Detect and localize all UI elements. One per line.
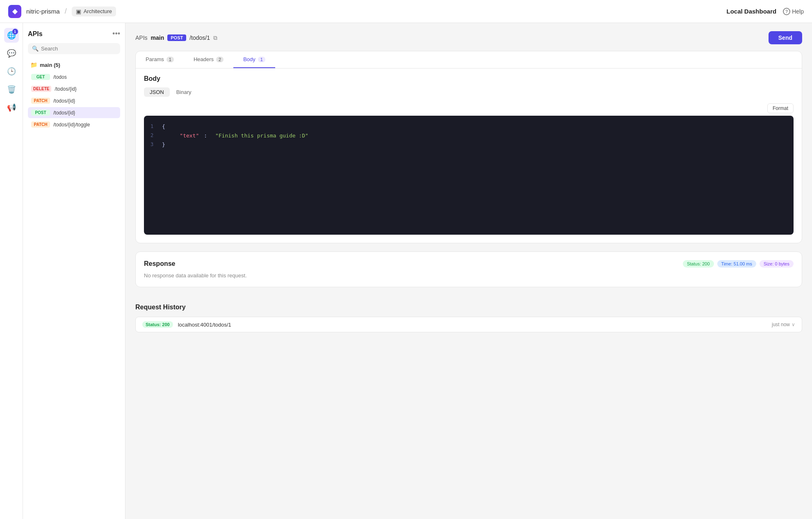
folder-icon: 📁: [30, 62, 37, 68]
search-input[interactable]: [41, 46, 116, 52]
api-badge: 1: [12, 29, 18, 34]
api-item-patch-todos-id-toggle[interactable]: PATCH /todos/{id}/toggle: [28, 119, 120, 130]
storage-icon: 🗑️: [7, 85, 16, 94]
breadcrumb-bar: APIs main POST /todos/1 ⧉ Send: [135, 31, 802, 44]
size-badge: Size: 0 bytes: [760, 260, 794, 268]
method-badge-post: POST: [31, 110, 50, 116]
help-button[interactable]: ? Help: [783, 8, 804, 15]
api-item-patch-todos-id[interactable]: PATCH /todos/{id}: [28, 95, 120, 106]
request-card: Params 1 Headers 2 Body 1 Body JSON Bina…: [135, 51, 802, 243]
body-type-tabs: JSON Binary: [144, 87, 794, 97]
code-line-3: 3 }: [151, 140, 787, 149]
history-url: localhost:4001/todos/1: [178, 322, 231, 328]
code-line-1: 1 {: [151, 122, 787, 131]
history-icon: 🕒: [7, 67, 16, 76]
method-badge-delete: DELETE: [31, 86, 51, 92]
events-icon: 📢: [7, 103, 16, 112]
sidebar: APIs ••• 🔍 📁 main (5) GET /todos DELETE …: [23, 23, 125, 519]
body-title: Body: [144, 75, 794, 82]
tab-body-label: Body: [243, 56, 255, 62]
rail-item-events[interactable]: 📢: [4, 100, 19, 115]
format-bar: Format: [144, 103, 794, 113]
rail-item-chat[interactable]: 💬: [4, 46, 19, 61]
request-tabs: Params 1 Headers 2 Body 1: [136, 51, 802, 69]
breadcrumb-sep: /: [65, 7, 67, 16]
topnav: ◆ nitric-prisma / ▣ Architecture Local D…: [0, 0, 812, 23]
topnav-right: Local Dashboard ? Help: [727, 8, 804, 15]
help-icon: ?: [783, 8, 790, 15]
project-name[interactable]: nitric-prisma: [26, 8, 60, 15]
rail-item-history[interactable]: 🕒: [4, 64, 19, 79]
api-path: /todos/{id}: [55, 86, 76, 92]
body-type-binary[interactable]: Binary: [171, 87, 197, 97]
main-panel: APIs main POST /todos/1 ⧉ Send Params 1 …: [125, 23, 812, 519]
architecture-tab[interactable]: ▣ Architecture: [72, 7, 116, 16]
group-label: main (5): [40, 62, 60, 68]
time-badge: Time: 51.00 ms: [717, 260, 756, 268]
history-time: just now ∨: [772, 322, 795, 327]
api-path: /todos/{id}: [53, 110, 75, 116]
chevron-down-icon[interactable]: ∨: [791, 322, 795, 327]
chat-icon: 💬: [7, 49, 16, 58]
history-status-badge: Status: 200: [142, 321, 173, 328]
sidebar-header: APIs •••: [28, 30, 120, 38]
group-header-main[interactable]: 📁 main (5): [28, 60, 120, 70]
tab-headers[interactable]: Headers 2: [184, 51, 233, 68]
tab-headers-label: Headers: [194, 56, 214, 62]
code-open-brace: {: [162, 122, 165, 131]
tab-body-badge: 1: [258, 57, 265, 62]
code-close-brace: }: [162, 140, 165, 149]
breadcrumb-post-badge: POST: [167, 34, 186, 41]
api-path: /todos/{id}: [53, 98, 75, 104]
history-title: Request History: [135, 304, 802, 311]
method-badge-patch: PATCH: [31, 121, 50, 128]
search-icon: 🔍: [32, 46, 39, 52]
sidebar-menu-button[interactable]: •••: [112, 30, 120, 38]
code-colon: :: [204, 131, 210, 140]
response-card: Response Status: 200 Time: 51.00 ms Size…: [135, 251, 802, 287]
history-time-label: just now: [772, 322, 790, 327]
rail-item-api[interactable]: 🌐 1: [4, 28, 19, 43]
code-editor[interactable]: 1 { 2 "text" : "Finish this prisma guide…: [144, 116, 794, 235]
logo-icon: ◆: [12, 7, 17, 15]
response-title: Response: [144, 260, 175, 268]
response-badges: Status: 200 Time: 51.00 ms Size: 0 bytes: [683, 260, 794, 268]
response-header: Response Status: 200 Time: 51.00 ms Size…: [144, 260, 794, 268]
local-dashboard-link[interactable]: Local Dashboard: [727, 8, 777, 15]
tab-params-badge: 1: [167, 57, 174, 62]
history-item[interactable]: Status: 200 localhost:4001/todos/1 just …: [135, 317, 802, 332]
format-button[interactable]: Format: [767, 103, 794, 113]
response-empty-text: No response data available for this requ…: [144, 272, 794, 279]
line-num-1: 1: [151, 122, 157, 131]
arch-label: Architecture: [84, 8, 112, 14]
method-badge-patch: PATCH: [31, 98, 50, 104]
line-num-2: 2: [151, 131, 157, 140]
request-history-section: Request History Status: 200 localhost:40…: [135, 295, 802, 334]
tab-headers-badge: 2: [216, 57, 224, 62]
api-path: /todos: [53, 74, 67, 80]
send-button[interactable]: Send: [769, 31, 802, 44]
sidebar-search-bar[interactable]: 🔍: [28, 43, 120, 54]
tab-body[interactable]: Body 1: [233, 51, 275, 68]
line-num-3: 3: [151, 140, 157, 149]
breadcrumb-apis[interactable]: APIs: [135, 34, 148, 41]
method-badge-get: GET: [31, 74, 50, 80]
icon-rail: 🌐 1 💬 🕒 🗑️ 📢: [0, 23, 23, 519]
body-section: Body JSON Binary Format 1 { 2: [136, 69, 802, 243]
main-layout: 🌐 1 💬 🕒 🗑️ 📢 APIs ••• 🔍 📁 main (5): [0, 23, 812, 519]
tab-params[interactable]: Params 1: [136, 51, 184, 68]
api-item-get-todos[interactable]: GET /todos: [28, 71, 120, 82]
code-value-text: "Finish this prisma guide :D": [215, 131, 308, 140]
body-type-json[interactable]: JSON: [144, 87, 170, 97]
help-label: Help: [792, 8, 804, 15]
copy-icon[interactable]: ⧉: [213, 34, 217, 41]
status-badge: Status: 200: [683, 260, 714, 268]
api-item-post-todos-id[interactable]: POST /todos/{id}: [28, 107, 120, 118]
api-item-delete-todos-id[interactable]: DELETE /todos/{id}: [28, 83, 120, 94]
breadcrumb-main[interactable]: main: [151, 34, 164, 41]
app-logo: ◆: [8, 5, 21, 18]
tab-params-label: Params: [146, 56, 164, 62]
api-group-main: 📁 main (5) GET /todos DELETE /todos/{id}…: [28, 60, 120, 131]
rail-item-storage[interactable]: 🗑️: [4, 82, 19, 97]
breadcrumb-path: /todos/1: [189, 34, 210, 41]
